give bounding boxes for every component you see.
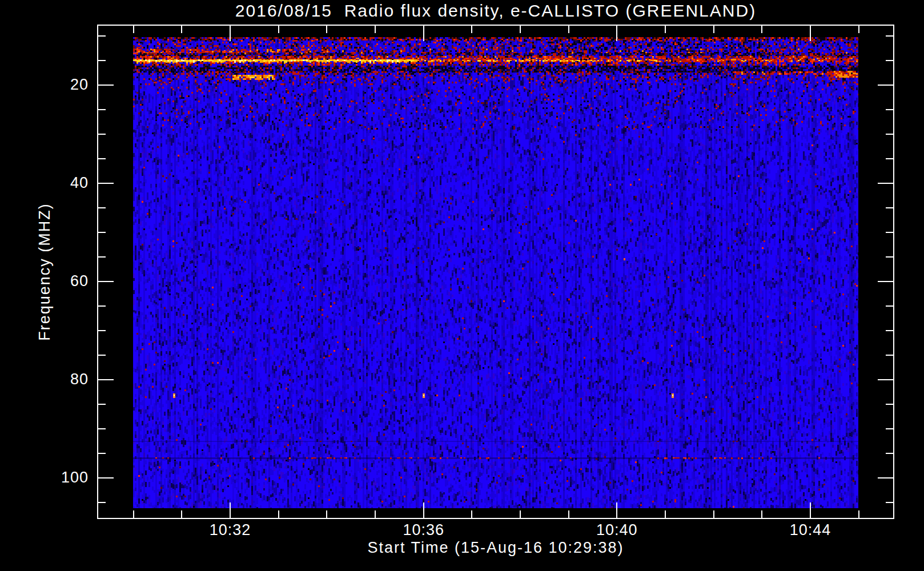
y-axis-minor-tick (98, 355, 106, 356)
y-axis-minor-tick-right (886, 453, 893, 454)
x-axis-major-tick (230, 502, 231, 518)
x-axis-minor-tick (375, 510, 376, 518)
x-axis-minor-tick (326, 510, 327, 518)
y-axis-major-tick (98, 477, 114, 478)
y-axis-major-tick-right (878, 477, 893, 478)
x-axis-minor-tick (761, 510, 762, 518)
y-tick-label: 20 (23, 76, 89, 94)
y-axis-minor-tick (98, 428, 106, 429)
y-axis-minor-tick (98, 134, 106, 135)
x-axis-minor-tick (181, 510, 182, 518)
x-axis-minor-tick-top (471, 26, 472, 33)
y-axis-major-tick-right (878, 281, 893, 282)
y-tick-label: 60 (23, 272, 89, 290)
x-axis-major-tick-top (810, 26, 811, 41)
y-axis-minor-tick-right (886, 109, 893, 110)
x-axis-minor-tick-top (326, 26, 327, 33)
y-axis-minor-tick-right (886, 330, 893, 331)
x-axis-major-tick-top (230, 26, 231, 41)
x-axis-minor-tick-top (568, 26, 569, 33)
y-axis-minor-tick-right (886, 256, 893, 258)
x-axis-major-tick (423, 502, 424, 518)
y-tick-label: 80 (23, 371, 89, 388)
x-axis-minor-tick-top (761, 26, 762, 33)
plot-frame (97, 25, 894, 519)
y-axis-minor-tick (98, 256, 106, 258)
x-axis-minor-tick (471, 510, 472, 518)
x-axis-minor-tick-top (133, 26, 134, 33)
y-axis-minor-tick (98, 404, 106, 405)
spectrogram-figure: 2016/08/15 Radio flux density, e-CALLIST… (0, 0, 924, 571)
x-axis-major-tick-top (616, 26, 617, 41)
x-axis-title: Start Time (15-Aug-16 10:29:38) (97, 539, 894, 557)
y-axis-major-tick-right (878, 85, 893, 86)
x-axis-major-tick-top (423, 26, 424, 41)
y-axis-minor-tick-right (886, 207, 893, 208)
x-axis-minor-tick (520, 510, 521, 518)
x-axis-minor-tick (665, 510, 666, 518)
x-tick-label: 10:44 (765, 521, 856, 539)
y-axis-minor-tick-right (886, 305, 893, 307)
y-axis-minor-tick-right (886, 428, 893, 429)
x-axis-minor-tick-top (713, 26, 714, 33)
y-axis-minor-tick-right (886, 60, 893, 61)
y-axis-major-tick (98, 85, 114, 86)
y-axis-minor-tick (98, 158, 106, 159)
y-axis-minor-tick (98, 35, 106, 37)
y-axis-major-tick-right (878, 379, 893, 380)
x-axis-minor-tick-top (520, 26, 521, 33)
x-axis-minor-tick-top (278, 26, 279, 33)
x-axis-minor-tick (133, 510, 134, 518)
y-axis-minor-tick-right (886, 158, 893, 159)
y-axis-minor-tick-right (886, 134, 893, 135)
y-axis-minor-tick (98, 207, 106, 208)
y-axis-minor-tick (98, 502, 106, 503)
y-tick-label: 40 (23, 174, 89, 192)
y-axis-major-tick (98, 379, 114, 380)
y-axis-minor-tick-right (886, 35, 893, 37)
y-axis-minor-tick-right (886, 404, 893, 405)
x-axis-minor-tick (713, 510, 714, 518)
y-axis-minor-tick (98, 305, 106, 307)
y-axis-minor-tick (98, 60, 106, 61)
x-axis-minor-tick (858, 510, 859, 518)
y-axis-minor-tick (98, 330, 106, 331)
y-tick-label: 100 (23, 469, 89, 486)
x-axis-minor-tick (278, 510, 279, 518)
y-axis-minor-tick (98, 232, 106, 233)
x-tick-label: 10:36 (378, 521, 469, 539)
y-axis-major-tick (98, 281, 114, 282)
y-axis-minor-tick (98, 109, 106, 110)
x-axis-minor-tick-top (181, 26, 182, 33)
y-axis-major-tick-right (878, 183, 893, 184)
x-tick-label: 10:32 (184, 521, 276, 539)
x-axis-major-tick (616, 502, 617, 518)
y-axis-minor-tick-right (886, 232, 893, 233)
y-axis-minor-tick-right (886, 502, 893, 503)
x-axis-minor-tick-top (858, 26, 859, 33)
y-axis-title: Frequency (MHZ) (36, 203, 54, 341)
y-axis-major-tick (98, 183, 114, 184)
x-tick-label: 10:40 (571, 521, 662, 539)
chart-title: 2016/08/15 Radio flux density, e-CALLIST… (97, 1, 894, 21)
y-axis-minor-tick (98, 453, 106, 454)
y-axis-minor-tick-right (886, 355, 893, 356)
x-axis-minor-tick (568, 510, 569, 518)
x-axis-major-tick (810, 502, 811, 518)
x-axis-minor-tick-top (665, 26, 666, 33)
x-axis-minor-tick-top (375, 26, 376, 33)
